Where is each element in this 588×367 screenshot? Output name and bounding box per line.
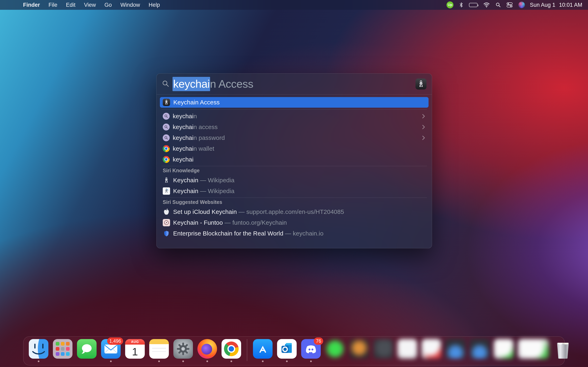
wifi-icon xyxy=(483,2,490,8)
dock-window-blurred[interactable] xyxy=(518,339,549,359)
calendar-day: 1 xyxy=(125,345,145,359)
menu-window[interactable]: Window xyxy=(116,0,144,10)
dock-firefox[interactable] xyxy=(198,339,217,359)
suggestion-completion: n password xyxy=(194,134,225,141)
dock-window-blurred[interactable] xyxy=(494,339,513,359)
menu-view[interactable]: View xyxy=(80,0,100,10)
website-title: Enterprise Blockchain for the Real World xyxy=(173,230,283,237)
chevron-right-icon[interactable] xyxy=(420,124,426,130)
dock-app-blurred[interactable] xyxy=(349,339,369,359)
knowledge-row[interactable]: Keychain — Wikipedia xyxy=(156,175,432,185)
suggestion-row[interactable]: keychain wallet xyxy=(156,143,432,154)
siri-icon xyxy=(518,2,525,8)
website-title: Set up iCloud Keychain xyxy=(173,208,237,215)
spotlight-search-field[interactable]: keychain Access xyxy=(156,74,432,94)
website-title: Keychain - Funtoo xyxy=(173,219,223,226)
firefox-icon xyxy=(198,339,217,359)
website-url: — keychain.io xyxy=(283,230,324,237)
spotlight-results: Keychain Access keychain keychain access… xyxy=(156,95,432,248)
suggestion-completion: n wallet xyxy=(194,145,214,152)
search-query-selected: keychai xyxy=(173,77,210,91)
chevron-right-icon[interactable] xyxy=(420,135,426,141)
menu-app-name[interactable]: Finder xyxy=(19,0,44,10)
chrome-icon xyxy=(163,156,170,163)
dock-system-preferences[interactable] xyxy=(173,339,193,359)
running-indicator xyxy=(286,360,288,362)
search-icon xyxy=(162,80,169,88)
launchpad-icon xyxy=(53,339,72,359)
chrome-icon xyxy=(222,339,241,359)
outlook-icon xyxy=(277,339,297,359)
suggestion-row[interactable]: keychain password xyxy=(156,132,432,143)
keys-icon xyxy=(163,177,170,184)
menu-help[interactable]: Help xyxy=(144,0,164,10)
dock-app-store[interactable] xyxy=(253,339,273,359)
dock-app-blurred[interactable] xyxy=(325,339,345,359)
suggestion-typed: keychai xyxy=(173,156,194,163)
running-indicator xyxy=(38,360,39,362)
dock: 1,496 AUG 1 xyxy=(23,336,565,365)
messages-icon xyxy=(77,339,96,359)
dock-notes[interactable] xyxy=(149,339,169,359)
dock-app-blurred[interactable] xyxy=(446,339,465,359)
menu-file[interactable]: File xyxy=(44,0,62,10)
dock-mail[interactable]: 1,496 xyxy=(101,339,121,359)
dock-app-blurred[interactable] xyxy=(470,339,489,359)
dock-app-blurred[interactable] xyxy=(422,339,441,359)
finder-icon xyxy=(29,339,48,359)
bluetooth-icon xyxy=(459,2,463,8)
dock-app-blurred[interactable] xyxy=(398,339,417,359)
dock-calendar[interactable]: AUG 1 xyxy=(125,339,145,359)
suggestion-row[interactable]: keychai xyxy=(156,154,432,165)
menu-time: 10:01 AM xyxy=(559,2,582,8)
discord-badge: 76 xyxy=(314,337,323,345)
spotlight-status-item[interactable] xyxy=(493,0,504,10)
running-indicator xyxy=(158,360,160,362)
bluetooth-status-item[interactable] xyxy=(456,0,466,10)
knowledge-row[interactable]: Keychain — Wikipedia xyxy=(156,185,432,196)
dock-chrome[interactable] xyxy=(222,339,241,359)
dock-outlook[interactable] xyxy=(277,339,297,359)
dock-discord[interactable]: 76 xyxy=(301,339,321,359)
system-preferences-icon xyxy=(173,339,193,359)
chrome-icon xyxy=(163,145,170,152)
website-row[interactable]: Set up iCloud Keychain — support.apple.c… xyxy=(156,206,432,217)
dock-messages[interactable] xyxy=(77,339,96,359)
battery-status-item[interactable] xyxy=(466,0,480,10)
suggestion-row[interactable]: keychain access xyxy=(156,122,432,132)
battery-icon xyxy=(469,3,477,7)
search-query-text[interactable]: keychain Access xyxy=(173,77,253,91)
website-row[interactable]: Enterprise Blockchain for the Real World… xyxy=(156,228,432,239)
knowledge-title: Keychain xyxy=(173,188,198,194)
calendar-icon: AUG 1 xyxy=(125,339,145,359)
upwork-status-item[interactable]: Up xyxy=(444,0,456,10)
result-top-hit[interactable]: Keychain Access xyxy=(160,97,429,108)
menu-edit[interactable]: Edit xyxy=(62,0,80,10)
wifi-status-item[interactable] xyxy=(480,0,493,10)
chevron-right-icon[interactable] xyxy=(420,113,426,119)
dock-finder[interactable] xyxy=(29,339,48,359)
apple-menu-icon[interactable] xyxy=(7,0,16,10)
trash-full-icon xyxy=(553,339,573,359)
shield-icon xyxy=(163,230,170,236)
compass-icon xyxy=(163,219,170,226)
running-indicator xyxy=(231,360,232,362)
suggestion-completion: n xyxy=(194,113,197,119)
control-center-icon xyxy=(507,2,513,8)
website-row[interactable]: Keychain - Funtoo — funtoo.org/Keychain xyxy=(156,217,432,228)
search-query-completion: n Access xyxy=(210,77,253,91)
siri-status-item[interactable] xyxy=(516,0,528,10)
knowledge-title: Keychain xyxy=(173,177,198,184)
section-header-siri-knowledge: Siri Knowledge xyxy=(156,166,432,175)
menu-go[interactable]: Go xyxy=(100,0,116,10)
control-center-status-item[interactable] xyxy=(504,0,516,10)
suggestion-completion: n access xyxy=(194,124,218,130)
menu-clock[interactable]: Sun Aug 1 10:01 AM xyxy=(528,2,582,8)
suggestion-row[interactable]: keychain xyxy=(156,111,432,122)
dock-app-blurred[interactable] xyxy=(373,339,393,359)
app-store-icon xyxy=(253,339,273,359)
running-indicator xyxy=(182,360,184,362)
suggestion-typed: keychai xyxy=(173,134,194,141)
dock-launchpad[interactable] xyxy=(53,339,72,359)
dock-trash[interactable] xyxy=(553,339,573,359)
